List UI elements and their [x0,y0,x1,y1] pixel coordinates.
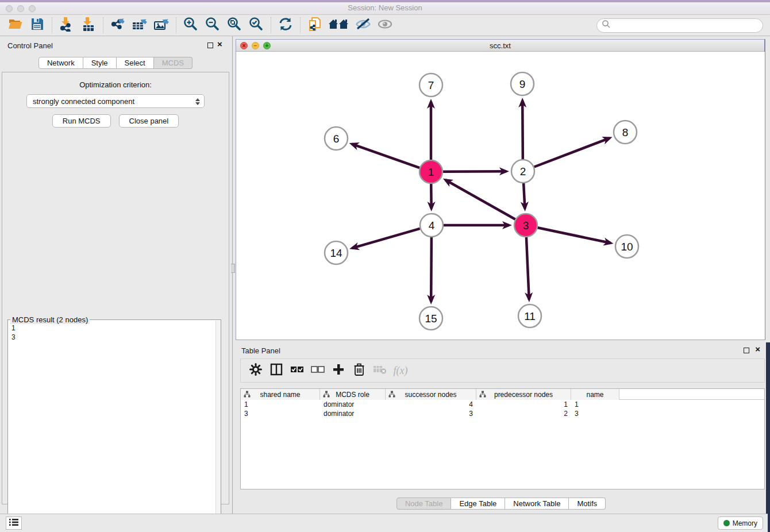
zoom-selected-button[interactable] [245,16,267,34]
graph-node-label-14: 14 [330,247,342,259]
column-header-predecessor-nodes[interactable]: predecessor nodes [476,389,571,400]
hierarchy-icon [323,391,330,399]
search-input[interactable] [611,20,763,31]
export-image-button[interactable] [151,16,172,34]
float-table-panel-icon[interactable] [744,348,749,353]
cell-shared-name[interactable]: 3 [241,409,320,418]
run-mcds-button[interactable]: Run MCDS [52,114,111,128]
copy-style-button[interactable] [304,16,326,34]
select-all-button[interactable] [287,361,307,380]
tab-network[interactable]: Network [38,57,83,69]
show-columns-button[interactable] [266,361,287,380]
home-button[interactable] [326,16,352,34]
table-toolbar: f(x) [240,358,765,383]
mcds-result-list[interactable]: 1 3 [8,322,215,532]
app-titlebar: Session: New Session [0,0,770,15]
fx-icon: f(x) [394,365,408,377]
open-session-button[interactable] [5,16,26,34]
import-table-button[interactable] [78,16,99,34]
table-settings-button[interactable] [245,361,266,380]
zoom-fit-button[interactable] [224,16,245,34]
zoom-fit-icon [227,17,242,34]
show-all-button[interactable] [374,16,396,34]
unchecked-boxes-icon [311,365,325,376]
task-history-button[interactable] [6,516,22,530]
column-header-name[interactable]: name [571,389,619,400]
mcds-result-scrollbar[interactable] [215,321,221,532]
search-box[interactable] [596,18,763,33]
tab-edge-table[interactable]: Edge Table [451,498,505,510]
graph-edge-3-1[interactable] [445,180,515,219]
cell-name[interactable]: 3 [571,409,619,418]
tab-node-table[interactable]: Node Table [396,498,452,510]
graph-edge-2-8[interactable] [534,138,610,167]
cell-predecessor-nodes[interactable]: 1 [476,400,571,409]
graph-edge-2-3[interactable] [523,183,525,209]
cell-shared-name[interactable]: 1 [241,400,320,409]
network-canvas[interactable]: 7968124314101511 [236,52,765,340]
hide-selected-button[interactable] [352,16,374,34]
desktop-wallpaper-edge [766,342,770,514]
network-window: × − + scc.txt 7968124314101511 [236,39,765,340]
session-title: Session: New Session [0,3,770,12]
zoom-out-button[interactable] [202,16,224,34]
cell-mcds-role[interactable]: dominator [320,400,386,409]
cell-name[interactable]: 1 [571,400,619,409]
tab-style[interactable]: Style [83,57,117,69]
column-header-mcds-role[interactable]: MCDS role [320,389,386,400]
close-panel-icon[interactable]: × [217,39,222,49]
table-row[interactable]: 1 dominator 4 1 1 [241,400,764,409]
mcds-result-box: MCDS result (2 nodes) 1 3 [7,319,221,532]
cell-predecessor-nodes[interactable]: 2 [476,409,571,418]
eye-slash-icon [355,17,371,33]
home-icon [328,17,351,33]
close-panel-button[interactable]: Close panel [119,114,179,128]
column-header-successor-nodes[interactable]: successor nodes [386,389,476,400]
import-network-button[interactable] [56,16,78,34]
deselect-all-button[interactable] [307,361,328,380]
export-network-button[interactable] [107,16,129,34]
network-graph[interactable]: 7968124314101511 [236,52,765,340]
graph-edge-1-6[interactable] [352,144,419,168]
tab-network-table[interactable]: Network Table [505,498,569,510]
cell-mcds-role[interactable]: dominator [320,409,386,418]
graph-edge-3-10[interactable] [538,228,611,243]
memory-label: Memory [733,519,757,527]
zoom-in-button[interactable] [180,16,202,34]
delete-column-button[interactable] [349,361,369,380]
close-table-panel-icon[interactable]: × [755,344,760,354]
cell-successor-nodes[interactable]: 3 [386,409,476,418]
export-table-button[interactable] [129,16,151,34]
column-header-shared-name[interactable]: shared name [241,389,320,400]
graph-node-label-9: 9 [519,78,526,90]
zoom-selected-icon [249,17,264,34]
table-row[interactable]: 3 dominator 3 2 3 [241,409,764,418]
graph-edge-1-2[interactable] [443,171,506,172]
tab-select[interactable]: Select [117,57,154,69]
save-session-button[interactable] [26,16,48,34]
memory-status-icon [723,520,730,526]
graph-edge-3-11[interactable] [526,237,529,299]
float-panel-icon[interactable] [207,43,213,48]
toolbar-separator [271,17,271,33]
tab-motifs[interactable]: Motifs [569,498,606,510]
node-table[interactable]: shared name MCDS role successor nodes pr… [240,388,765,489]
export-table-icon [132,17,148,34]
graph-edge-4-14[interactable] [352,229,420,248]
panel-divider[interactable] [232,36,233,514]
graph-node-label-4: 4 [429,219,435,232]
refresh-layout-button[interactable] [275,16,297,34]
cell-successor-nodes[interactable]: 4 [386,400,476,409]
criterion-select[interactable]: strongly connected component [26,94,205,108]
tab-mcds[interactable]: MCDS [154,57,192,69]
delete-table-button[interactable] [369,361,390,380]
graph-edge-4-15[interactable] [431,237,432,302]
zoom-out-icon [205,17,220,34]
criterion-select-value: strongly connected component [33,97,134,106]
graph-edge-2-9[interactable] [522,101,523,159]
hierarchy-icon [479,391,486,399]
function-builder-button[interactable]: f(x) [390,361,411,380]
create-column-button[interactable] [328,361,349,380]
network-window-titlebar[interactable]: × − + scc.txt [236,40,764,52]
memory-button[interactable]: Memory [718,516,763,530]
